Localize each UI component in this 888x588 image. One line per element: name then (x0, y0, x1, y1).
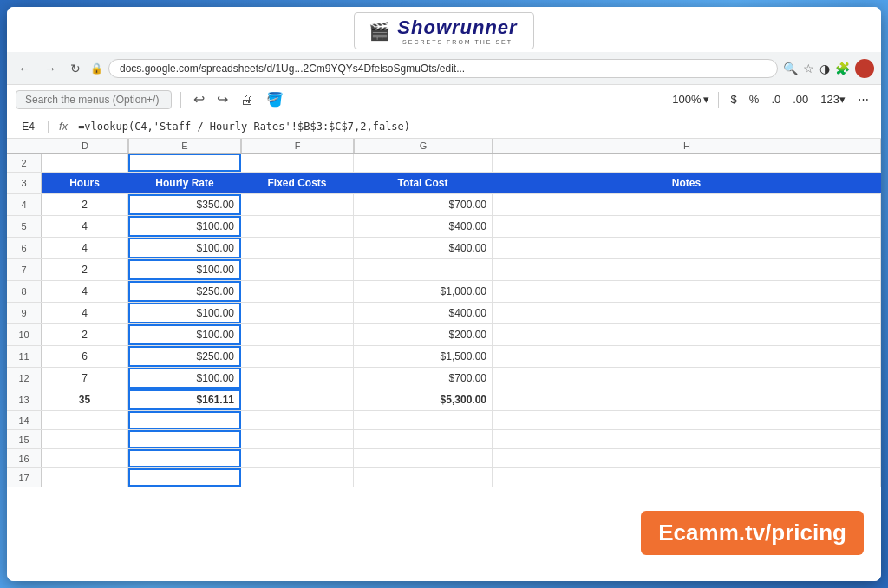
grid-cell[interactable]: $100.00 (128, 303, 241, 323)
addr-icons: 🔍 ☆ ◑ 🧩 (783, 59, 874, 78)
grid-cell[interactable]: $700.00 (354, 194, 493, 215)
grid-cell-total-hours[interactable]: 35 (42, 389, 128, 410)
decimal1-button[interactable]: .0 (767, 92, 784, 107)
grid-cell[interactable] (493, 216, 881, 237)
grid-cell[interactable] (354, 468, 493, 487)
more-formats-button[interactable]: 123▾ (817, 92, 849, 107)
logo-bar: 🎬 Showrunner · SECRETS FROM THE SET · (7, 7, 881, 52)
grid-cell[interactable]: $200.00 (354, 324, 493, 345)
grid-cell[interactable]: 2 (42, 324, 128, 345)
grid-cell[interactable]: $250.00 (128, 281, 241, 302)
grid-cell[interactable]: $400.00 (354, 216, 493, 237)
grid-cell[interactable] (128, 154, 241, 172)
grid-cell[interactable] (241, 154, 354, 172)
grid-cell[interactable]: $1,000.00 (354, 281, 493, 302)
grid-cell[interactable] (42, 154, 128, 172)
dollar-format-button[interactable]: $ (728, 92, 741, 107)
grid-cell[interactable] (354, 430, 493, 448)
more-options-button[interactable]: ⋯ (854, 92, 872, 107)
grid-cell[interactable] (241, 430, 354, 448)
redo-button[interactable]: ↪ (213, 90, 232, 108)
grid-cell[interactable]: $100.00 (128, 259, 241, 280)
grid-cell[interactable] (128, 449, 241, 467)
grid-cell[interactable] (128, 411, 241, 429)
print-button[interactable]: 🖨 (237, 91, 258, 108)
grid-cell[interactable] (241, 259, 354, 280)
grid-cell[interactable] (493, 154, 881, 172)
grid-cell[interactable]: $100.00 (128, 238, 241, 258)
grid-cell[interactable]: $400.00 (354, 238, 493, 258)
grid-cell[interactable]: $1,500.00 (354, 346, 493, 367)
undo-button[interactable]: ↩ (190, 90, 208, 108)
grid-cell[interactable] (42, 411, 128, 429)
grid-cell[interactable] (493, 468, 881, 487)
grid-cell[interactable] (493, 430, 881, 448)
grid-cell[interactable]: $100.00 (128, 216, 241, 237)
back-button[interactable]: ← (14, 60, 35, 77)
table-row: 10 2 $100.00 $200.00 (7, 324, 881, 346)
grid-cell-total-cost[interactable]: $5,300.00 (354, 389, 493, 410)
grid-cell[interactable] (241, 324, 354, 345)
grid-cell[interactable] (493, 303, 881, 323)
lock-icon: 🔒 (90, 62, 103, 75)
grid-cell[interactable]: $400.00 (354, 303, 493, 323)
grid-cell[interactable]: 2 (42, 259, 128, 280)
grid-cell[interactable] (493, 411, 881, 429)
menu-search-input[interactable] (16, 90, 172, 109)
grid-cell[interactable] (241, 238, 354, 258)
grid-cell-total-rate[interactable]: $161.11 (128, 389, 241, 410)
toolbar-separator (180, 92, 181, 108)
grid-cell[interactable] (241, 281, 354, 302)
refresh-button[interactable]: ↻ (66, 60, 85, 77)
grid-cell[interactable]: $250.00 (128, 346, 241, 367)
grid-cell[interactable]: 6 (42, 346, 128, 367)
grid-cell[interactable]: 4 (42, 303, 128, 323)
grid-cell[interactable] (241, 468, 354, 487)
grid-cell[interactable]: 7 (42, 368, 128, 389)
grid-cell[interactable] (241, 346, 354, 367)
grid-cell[interactable] (128, 468, 241, 487)
grid-cell[interactable] (42, 449, 128, 467)
address-input[interactable] (108, 59, 778, 78)
row-number: 12 (7, 368, 42, 389)
forward-button[interactable]: → (40, 60, 61, 77)
grid-cell[interactable] (241, 368, 354, 389)
grid-cell[interactable] (241, 411, 354, 429)
grid-cell[interactable]: $700.00 (354, 368, 493, 389)
grid-cell[interactable] (42, 468, 128, 487)
grid-cell[interactable] (493, 346, 881, 367)
decimal2-button[interactable]: .00 (789, 92, 812, 107)
grid-cell-e4[interactable]: $350.00 (128, 194, 241, 215)
grid-cell[interactable] (493, 389, 881, 410)
grid-cell[interactable] (354, 154, 493, 172)
grid-cell[interactable]: 2 (42, 194, 128, 215)
grid-cell[interactable] (42, 430, 128, 448)
table-row: 7 2 $100.00 (7, 259, 881, 281)
grid-cell[interactable]: 4 (42, 238, 128, 258)
col-g-header: G (354, 139, 493, 153)
grid-cell[interactable] (241, 303, 354, 323)
grid-cell[interactable] (128, 430, 241, 448)
grid-cell[interactable] (241, 216, 354, 237)
grid-cell[interactable] (241, 194, 354, 215)
percent-format-button[interactable]: % (746, 92, 763, 107)
grid-cell[interactable] (354, 449, 493, 467)
grid-cell[interactable]: 4 (42, 216, 128, 237)
grid-cell[interactable] (241, 449, 354, 467)
grid-cell[interactable]: 4 (42, 281, 128, 302)
grid-cell[interactable]: $100.00 (128, 324, 241, 345)
paint-button[interactable]: 🪣 (263, 90, 287, 108)
grid-cell[interactable] (241, 389, 354, 410)
grid-cell[interactable] (493, 259, 881, 280)
grid-cell[interactable] (354, 411, 493, 429)
grid-cell[interactable] (354, 259, 493, 280)
grid-cell[interactable] (493, 194, 881, 215)
grid-cell[interactable] (493, 368, 881, 389)
cell-reference: E4 (14, 121, 49, 133)
grid-cell[interactable] (493, 238, 881, 258)
grid-cell[interactable]: $100.00 (128, 368, 241, 389)
table-row: 11 6 $250.00 $1,500.00 (7, 346, 881, 368)
grid-cell[interactable] (493, 449, 881, 467)
grid-cell[interactable] (493, 324, 881, 345)
grid-cell[interactable] (493, 281, 881, 302)
